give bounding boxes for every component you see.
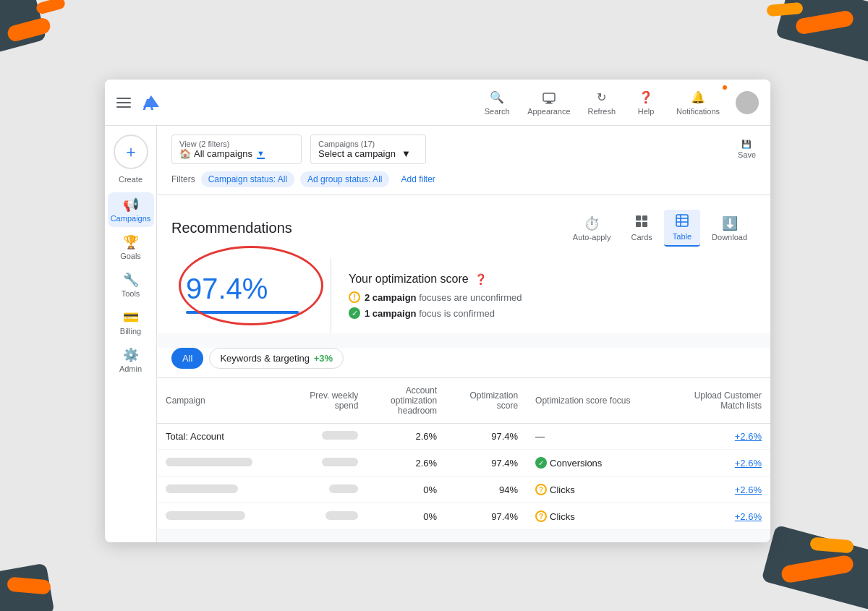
sidebar-item-admin[interactable]: ⚙️ Admin: [108, 343, 154, 377]
svg-rect-12: [543, 93, 555, 101]
refresh-label: Refresh: [588, 107, 616, 116]
status-green: ✓Conversions: [535, 457, 657, 469]
campaign-filter-select[interactable]: Campaigns (17) Select a campaign ▼: [310, 134, 426, 164]
score-info-confirmed: ✓ 1 campaign focus is confirmed: [349, 307, 756, 319]
admin-icon: ⚙️: [123, 347, 139, 363]
td-upload-match[interactable]: +2.6%: [665, 503, 770, 530]
td-upload-match[interactable]: +2.6%: [665, 477, 770, 503]
refresh-icon: ↻: [594, 90, 610, 106]
td-score-focus: ✓Conversions: [527, 450, 665, 477]
score-left: 97.4%: [171, 258, 331, 328]
svg-rect-1: [6, 17, 52, 43]
cards-label: Cards: [631, 233, 652, 242]
add-filter-button[interactable]: Add filter: [395, 171, 441, 187]
orange-question-icon: ?: [535, 510, 547, 522]
score-help-icon[interactable]: ❓: [475, 273, 487, 285]
td-campaign: Total: Account: [157, 424, 286, 450]
view-filter-select[interactable]: View (2 filters) 🏠 All campaigns ▼: [171, 134, 302, 164]
auto-apply-icon: ⏱️: [584, 215, 600, 231]
refresh-action[interactable]: ↻ Refresh: [581, 85, 624, 120]
sidebar-item-goals[interactable]: 🏆 Goals: [108, 230, 154, 265]
notifications-action[interactable]: 🔔 Notifications: [669, 85, 727, 120]
svg-rect-17: [636, 222, 641, 227]
upload-match-link[interactable]: +2.6%: [735, 458, 762, 469]
download-icon: ⬇️: [722, 215, 738, 231]
notifications-label: Notifications: [676, 107, 720, 116]
filter-tabs: All Keywords & targeting +3%: [157, 348, 770, 378]
notifications-icon: 🔔: [690, 90, 706, 106]
top-bar-left: A: [116, 91, 163, 114]
sidebar-item-campaigns[interactable]: 📢 Campaigns: [108, 192, 154, 227]
main-window: A 🔍 Search Appearance ↻ Refresh ❓ Help: [105, 80, 770, 542]
cards-button[interactable]: Cards: [622, 210, 660, 246]
sidebar-item-billing[interactable]: 💳 Billing: [108, 305, 154, 340]
th-account-headroom: Accountoptimizationheadroom: [367, 378, 446, 424]
appearance-icon: [541, 90, 557, 106]
svg-rect-0: [0, 0, 46, 54]
upload-match-link[interactable]: +2.6%: [735, 484, 762, 495]
score-info-unconfirmed: ! 2 campaign focuses are unconfirmed: [349, 291, 756, 303]
top-bar: A 🔍 Search Appearance ↻ Refresh ❓ Help: [105, 80, 770, 126]
select-campaign-value: Select a campaign ▼: [318, 148, 418, 159]
sidebar-tools-label: Tools: [122, 289, 140, 298]
score-bar-wrap: [186, 311, 302, 314]
help-action[interactable]: ❓ Help: [626, 85, 666, 120]
orange-question-icon: ?: [535, 484, 547, 495]
download-button[interactable]: ⬇️ Download: [703, 211, 756, 246]
google-ads-logo: A: [140, 91, 163, 114]
svg-rect-10: [7, 576, 51, 594]
table-button[interactable]: Table: [664, 210, 700, 247]
td-upload-match[interactable]: +2.6%: [665, 424, 770, 450]
sidebar-goals-label: Goals: [120, 252, 141, 260]
search-action[interactable]: 🔍 Search: [477, 85, 517, 120]
status-orange: ?Clicks: [535, 510, 657, 522]
user-avatar[interactable]: [736, 91, 759, 114]
filter-tab-all[interactable]: All: [171, 348, 203, 369]
help-icon: ❓: [638, 90, 654, 106]
campaign-status-chip[interactable]: Campaign status: All: [201, 171, 294, 187]
svg-rect-4: [795, 9, 855, 35]
save-button[interactable]: 💾 Save: [738, 140, 756, 159]
unconfirmed-count: 2 campaign: [365, 292, 417, 303]
sidebar-billing-label: Billing: [120, 327, 141, 336]
score-bar-fill: [186, 311, 299, 314]
td-score-focus: —: [527, 424, 665, 450]
td-prev-spend: [286, 503, 367, 530]
help-label: Help: [638, 107, 655, 116]
filter-row2: Filters Campaign status: All Ad group st…: [171, 171, 756, 195]
th-upload-match: Upload CustomerMatch lists: [665, 378, 770, 424]
hamburger-menu-icon[interactable]: [116, 98, 131, 108]
create-button[interactable]: ＋: [114, 134, 148, 169]
billing-icon: 💳: [123, 309, 139, 325]
td-upload-match[interactable]: +2.6%: [665, 450, 770, 477]
table-header-row: Campaign Prev. weeklyspend Accountoptimi…: [157, 378, 770, 424]
svg-rect-2: [35, 0, 67, 15]
svg-text:A: A: [142, 95, 154, 114]
th-campaign: Campaign: [157, 378, 286, 424]
upload-match-link[interactable]: +2.6%: [735, 511, 762, 522]
goals-icon: 🏆: [123, 234, 139, 250]
recommendations-section: Recommendations ⏱️ Auto-apply Cards: [157, 195, 770, 333]
auto-apply-button[interactable]: ⏱️ Auto-apply: [564, 211, 620, 246]
sidebar-item-tools[interactable]: 🔧 Tools: [108, 268, 154, 302]
td-campaign: [157, 503, 286, 530]
td-prev-spend: [286, 424, 367, 450]
svg-rect-19: [676, 215, 688, 226]
ad-group-status-chip[interactable]: Ad group status: All: [300, 171, 389, 187]
svg-rect-8: [809, 537, 854, 553]
save-icon: 💾: [741, 140, 752, 149]
td-score-focus: ?Clicks: [527, 503, 665, 530]
td-opt-score: 97.4%: [446, 503, 527, 530]
upload-match-link[interactable]: +2.6%: [735, 431, 762, 442]
unconfirmed-icon: !: [349, 291, 360, 303]
main-content: View (2 filters) 🏠 All campaigns ▼ Campa…: [157, 126, 770, 542]
green-check-icon: ✓: [535, 457, 547, 469]
rec-header: Recommendations ⏱️ Auto-apply Cards: [171, 210, 756, 247]
td-prev-spend: [286, 477, 367, 503]
filter-tab-keywords[interactable]: Keywords & targeting +3%: [209, 348, 344, 369]
svg-rect-18: [642, 222, 647, 227]
td-campaign: [157, 450, 286, 477]
appearance-action[interactable]: Appearance: [520, 85, 577, 120]
rec-title: Recommendations: [171, 220, 292, 236]
svg-rect-6: [761, 525, 868, 611]
